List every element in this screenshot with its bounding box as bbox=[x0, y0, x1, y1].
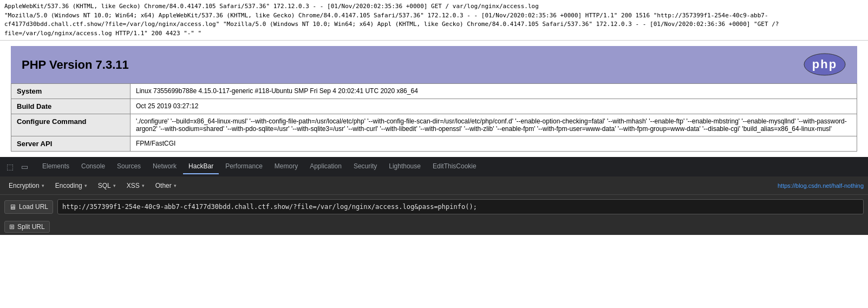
tab-application[interactable]: Application bbox=[304, 159, 347, 174]
php-header: PHP Version 7.3.11 php bbox=[11, 46, 857, 83]
php-logo: php bbox=[803, 53, 846, 77]
table-row-system: System Linux 7355699b788e 4.15.0-117-gen… bbox=[11, 84, 857, 99]
tab-lighthouse[interactable]: Lighthouse bbox=[383, 159, 426, 174]
php-info-table: System Linux 7355699b788e 4.15.0-117-gen… bbox=[11, 83, 857, 152]
other-arrow-icon: ▾ bbox=[174, 183, 177, 188]
sql-dropdown[interactable]: SQL ▾ bbox=[94, 180, 120, 192]
right-note: https://blog.csdn.net/half-nothing bbox=[778, 182, 864, 189]
system-value: Linux 7355699b788e 4.15.0-117-generic #1… bbox=[130, 84, 857, 99]
tab-sources[interactable]: Sources bbox=[112, 159, 146, 174]
encoding-arrow-icon: ▾ bbox=[84, 183, 87, 188]
devtools-icon-group: ⬚ ▭ bbox=[4, 160, 30, 173]
device-icon[interactable]: ▭ bbox=[19, 160, 30, 173]
table-row-configure: Configure Command './configure' '--build… bbox=[11, 114, 857, 136]
encoding-dropdown[interactable]: Encoding ▾ bbox=[51, 180, 92, 192]
split-url-area: ⊞ Split URL bbox=[0, 219, 868, 235]
configure-label: Configure Command bbox=[11, 114, 130, 136]
tab-elements[interactable]: Elements bbox=[37, 159, 75, 174]
tab-performance[interactable]: Performance bbox=[220, 159, 268, 174]
devtools-tab-bar: ⬚ ▭ Elements Console Sources Network Hac… bbox=[0, 157, 868, 176]
split-url-button[interactable]: ⊞ Split URL bbox=[4, 221, 50, 233]
hackbar-url-section: 🖥 Load URL bbox=[0, 195, 868, 219]
build-date-value: Oct 25 2019 03:27:12 bbox=[130, 99, 857, 114]
php-version-title: PHP Version 7.3.11 bbox=[22, 58, 129, 72]
server-api-value: FPM/FastCGI bbox=[130, 136, 857, 152]
xss-arrow-icon: ▾ bbox=[142, 183, 145, 188]
encryption-dropdown[interactable]: Encryption ▾ bbox=[4, 180, 49, 192]
sql-arrow-icon: ▾ bbox=[113, 183, 116, 188]
tab-network[interactable]: Network bbox=[147, 159, 182, 174]
url-input[interactable] bbox=[57, 199, 864, 214]
server-api-label: Server API bbox=[11, 136, 130, 152]
log-line-2: "Mozilla/5.0 (Windows NT 10.0; Win64; x6… bbox=[4, 11, 864, 38]
encoding-label: Encoding bbox=[55, 182, 82, 189]
sql-label: SQL bbox=[98, 182, 111, 189]
tab-editthiscookie[interactable]: EditThisCookie bbox=[427, 159, 482, 174]
split-url-label: Split URL bbox=[17, 223, 45, 231]
hackbar-toolbar: Encryption ▾ Encoding ▾ SQL ▾ XSS ▾ Othe… bbox=[0, 176, 868, 195]
load-url-label: Load URL bbox=[19, 203, 48, 211]
build-date-label: Build Date bbox=[11, 99, 130, 114]
xss-label: XSS bbox=[127, 182, 140, 189]
load-url-button[interactable]: 🖥 Load URL bbox=[4, 200, 53, 214]
encryption-label: Encryption bbox=[9, 182, 40, 189]
load-icon: 🖥 bbox=[9, 203, 16, 211]
xss-dropdown[interactable]: XSS ▾ bbox=[122, 180, 149, 192]
log-area: AppleWebKit/537.36 (KHTML, like Gecko) C… bbox=[0, 0, 868, 41]
tab-memory[interactable]: Memory bbox=[269, 159, 303, 174]
other-label: Other bbox=[155, 182, 172, 189]
table-row-server-api: Server API FPM/FastCGI bbox=[11, 136, 857, 152]
tab-console[interactable]: Console bbox=[76, 159, 110, 174]
php-info-wrapper: PHP Version 7.3.11 php System Linux 7355… bbox=[0, 41, 868, 157]
encryption-arrow-icon: ▾ bbox=[42, 183, 44, 188]
other-dropdown[interactable]: Other ▾ bbox=[151, 180, 181, 192]
table-row-build-date: Build Date Oct 25 2019 03:27:12 bbox=[11, 99, 857, 114]
svg-text:php: php bbox=[812, 57, 837, 71]
system-label: System bbox=[11, 84, 130, 99]
tab-hackbar[interactable]: HackBar bbox=[183, 159, 219, 174]
configure-value: './configure' '--build=x86_64-linux-musl… bbox=[130, 114, 857, 136]
tab-security[interactable]: Security bbox=[348, 159, 382, 174]
log-line-1: AppleWebKit/537.36 (KHTML, like Gecko) C… bbox=[4, 2, 864, 11]
split-icon: ⊞ bbox=[9, 223, 15, 231]
inspect-icon[interactable]: ⬚ bbox=[4, 160, 16, 173]
